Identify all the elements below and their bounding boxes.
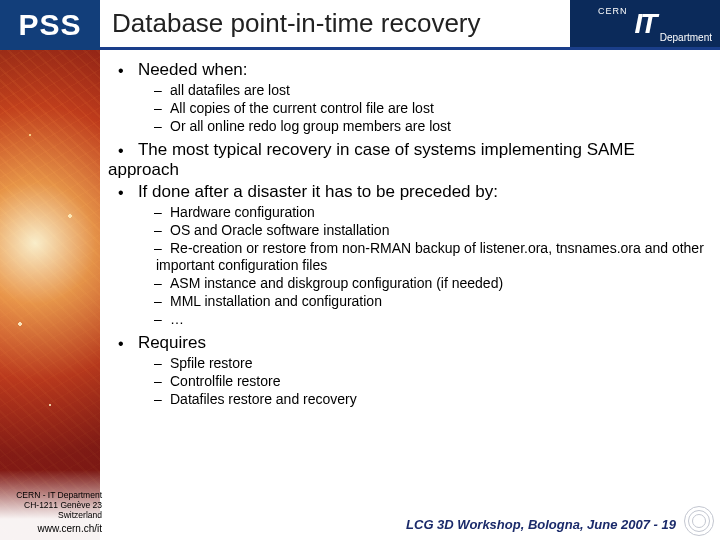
logo-dept-text: Department bbox=[660, 32, 712, 43]
footer-url: www.cern.ch/it bbox=[2, 523, 102, 535]
sub-list: Hardware configuration OS and Oracle sof… bbox=[108, 204, 710, 329]
pss-badge: PSS bbox=[0, 0, 100, 50]
sub-item: Controlfile restore bbox=[156, 373, 710, 391]
cern-seal-icon bbox=[684, 506, 714, 536]
decorative-sidebar-image bbox=[0, 0, 100, 540]
sub-item: Spfile restore bbox=[156, 355, 710, 373]
sub-item: MML installation and configuration bbox=[156, 293, 710, 311]
sub-item: OS and Oracle software installation bbox=[156, 222, 710, 240]
bullet-label: Requires bbox=[138, 333, 206, 352]
sub-item: … bbox=[156, 311, 710, 329]
sub-item: Datafiles restore and recovery bbox=[156, 391, 710, 409]
footer-address: CERN - IT Department CH-1211 Genève 23 S… bbox=[2, 491, 102, 534]
slide-body: Needed when: all datafiles are lost All … bbox=[108, 60, 710, 500]
bullet-item: The most typical recovery in case of sys… bbox=[108, 140, 710, 180]
bullet-label: Needed when: bbox=[138, 60, 248, 79]
sub-list: all datafiles are lost All copies of the… bbox=[108, 82, 710, 136]
slide-title: Database point-in-time recovery bbox=[100, 0, 570, 50]
sub-item: Hardware configuration bbox=[156, 204, 710, 222]
org-line: Switzerland bbox=[2, 511, 102, 521]
bullet-label: If done after a disaster it has to be pr… bbox=[138, 182, 498, 201]
bullet-list: Needed when: all datafiles are lost All … bbox=[108, 60, 710, 409]
logo-cern-text: CERN bbox=[598, 6, 628, 16]
bullet-item: Needed when: all datafiles are lost All … bbox=[108, 60, 710, 136]
sub-item: ASM instance and diskgroup configuration… bbox=[156, 275, 710, 293]
sub-list: Spfile restore Controlfile restore Dataf… bbox=[108, 355, 710, 409]
sub-item: Or all online redo log group members are… bbox=[156, 118, 710, 136]
sub-item: all datafiles are lost bbox=[156, 82, 710, 100]
sub-item: Re-creation or restore from non-RMAN bac… bbox=[156, 240, 710, 276]
sub-item: All copies of the current control file a… bbox=[156, 100, 710, 118]
footer-note: LCG 3D Workshop, Bologna, June 2007 - 19 bbox=[406, 517, 676, 532]
bullet-item: Requires Spfile restore Controlfile rest… bbox=[108, 333, 710, 409]
bullet-item: If done after a disaster it has to be pr… bbox=[108, 182, 710, 329]
title-bar: Database point-in-time recovery CERN IT … bbox=[100, 0, 720, 50]
cern-it-logo: CERN IT Department bbox=[570, 0, 720, 50]
bullet-label: The most typical recovery in case of sys… bbox=[108, 140, 635, 179]
logo-it-text: IT bbox=[635, 8, 656, 40]
